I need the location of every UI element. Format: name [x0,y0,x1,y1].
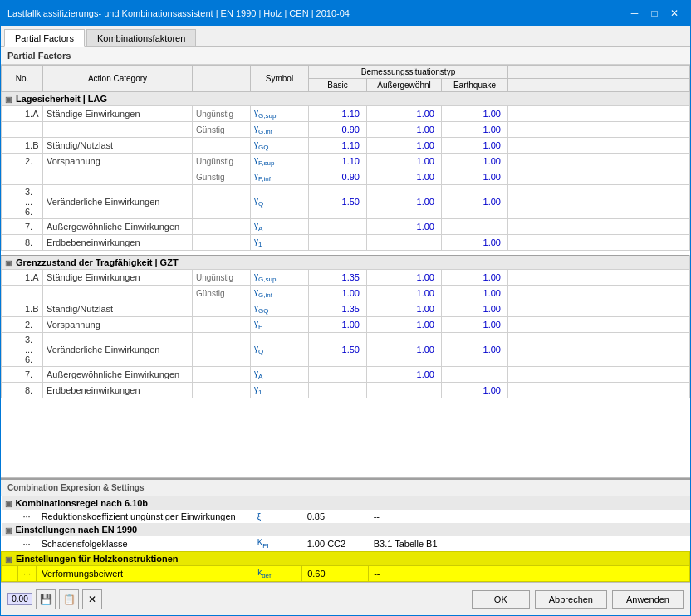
maximize-button[interactable]: □ [645,5,664,22]
combo-label: Verformungsbeiwert [37,566,252,582]
group-row-gzt: ▣Grenzzustand der Tragfähigkeit | GZT [2,256,690,270]
close-button[interactable]: ✕ [665,5,684,22]
table-row: 3. ... 6. Veränderliche Einwirkungen γQ … [2,185,690,219]
table-row: 8. Erdbebeneinwirkungen γ1 1.00 [2,383,690,398]
combo-group-en1990: ▣Einstellungen nach EN 1990 [2,523,690,536]
footer-left: 0.00 💾 📋 ✕ [7,589,102,609]
th-symbol: Symbol [251,66,309,92]
th-ausser: Außergewöhnl [367,79,442,92]
table-row: 2. Vorspannung Ungünstig γP,sup 1.10 1.0… [2,154,690,169]
combo-group-kombi: ▣Kombinationsregel nach 6.10b [2,496,690,510]
cancel-button[interactable]: Abbrechen [535,590,607,609]
table-row: 7. Außergewöhnliche Einwirkungen γA 1.00 [2,367,690,383]
combo-row: ··· Verformungsbeiwert kdef 0.60 -- [2,566,690,582]
footer-right: OK Abbrechen Anwenden [472,590,684,609]
th-extra2 [508,79,690,92]
tab-partial-factors[interactable]: Partial Factors [4,29,85,47]
table-row: Günstig γP,inf 0.90 1.00 1.00 [2,169,690,185]
table-row: 7. Außergewöhnliche Einwirkungen γA 1.00 [2,219,690,235]
table-row: 8. Erdbebeneinwirkungen γ1 1.00 [2,235,690,251]
footer-value: 0.00 [7,593,32,605]
th-basic: Basic [309,79,367,92]
tab-kombinationsfaktoren[interactable]: Kombinationsfaktoren [86,29,196,46]
footer-delete-button[interactable]: ✕ [82,589,102,609]
footer-save-button[interactable]: 💾 [36,589,56,609]
window-controls: ─ □ ✕ [625,5,684,22]
table-row: 1.B Ständig/Nutzlast γGQ 1.10 1.00 1.00 [2,138,690,154]
group-row-lag: ▣Lagesicherheit | LAG [2,92,690,106]
footer: 0.00 💾 📋 ✕ OK Abbrechen Anwenden [1,582,690,615]
partial-factors-header: Partial Factors [1,47,690,65]
combo-row: ··· Schadensfolgeklasse KFI 1.00 CC2 B3.… [2,536,690,552]
th-bemessung: Bemessungssituationstyp [309,66,508,79]
main-window: Lastfallklassifizierungs- und Kombinatio… [0,0,691,616]
th-extra [508,66,690,79]
table-row: Günstig γG,inf 0.90 1.00 1.00 [2,122,690,138]
th-type [193,66,251,92]
combo-row: ··· Reduktionskoeffizient ungünstiger Ei… [2,510,690,523]
tab-bar: Partial Factors Kombinationsfaktoren [1,26,690,47]
partial-factors-table: No. Action Category Symbol Bemessungssit… [1,65,690,403]
table-row: 1.A Ständige Einwirkungen Ungünstig γG,s… [2,106,690,122]
window-title: Lastfallklassifizierungs- und Kombinatio… [7,8,350,18]
table-row: 3. ... 6. Veränderliche Einwirkungen γQ … [2,333,690,367]
main-content: Partial Factors No. Action Category Symb… [1,47,690,582]
combo-table: ▣Kombinationsregel nach 6.10b ··· Redukt… [1,496,690,582]
footer-copy-button[interactable]: 📋 [59,589,79,609]
table-row: 1.B Ständig/Nutzlast γGQ 1.35 1.00 1.00 [2,301,690,317]
ok-button[interactable]: OK [472,590,530,609]
table-row: 2. Vorspannung γP 1.00 1.00 1.00 [2,317,690,333]
combo-label: Reduktionskoeffizient ungünstiger Einwir… [37,510,252,523]
combo-label: Schadensfolgeklasse [37,536,252,552]
combo-section-header: Combination Expresion & Settings [1,480,690,496]
table-row: Günstig γG,inf 1.00 1.00 1.00 [2,286,690,301]
partial-factors-section: No. Action Category Symbol Bemessungssit… [1,65,690,478]
titlebar: Lastfallklassifizierungs- und Kombinatio… [1,1,690,26]
apply-button[interactable]: Anwenden [612,590,684,609]
th-action: Action Category [43,66,193,92]
th-earthquake: Earthquake [442,79,508,92]
table-row: 1.A Ständige Einwirkungen Ungünstig γG,s… [2,270,690,286]
minimize-button[interactable]: ─ [625,5,644,22]
spacer-row [2,398,690,403]
th-no: No. [2,66,43,92]
combo-group-holz: ▣Einstellungen für Holzkonstruktionen [2,552,690,566]
combination-section: Combination Expresion & Settings ▣Kombin… [1,478,690,582]
